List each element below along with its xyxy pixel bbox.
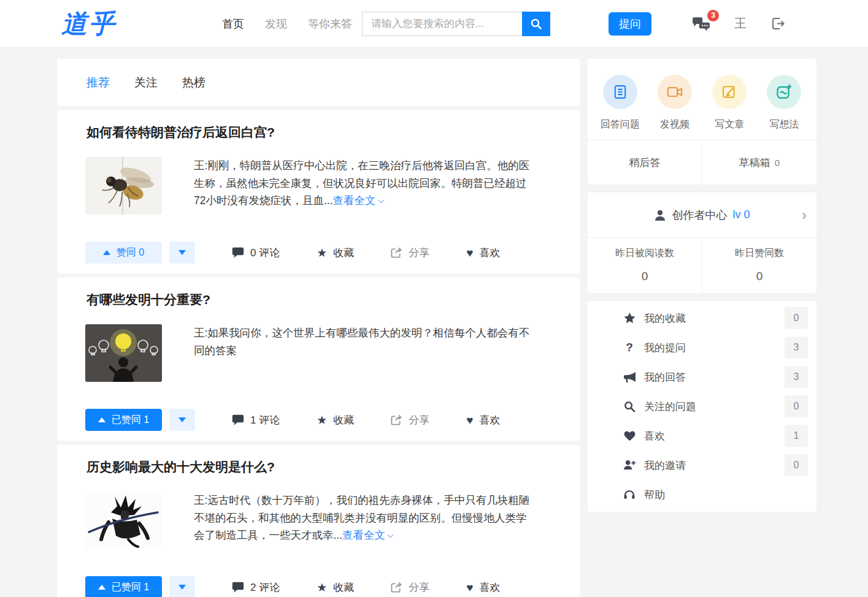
menu-item[interactable]: 我的收藏 0 xyxy=(588,303,816,333)
like-button[interactable]: ♥ 喜欢 xyxy=(466,580,500,595)
drafts-button[interactable]: 草稿箱 0 xyxy=(702,140,816,184)
upvote-button[interactable]: 赞同 0 xyxy=(85,241,162,264)
question-excerpt: 王:刚刚，特朗普从医疗中心出院，在三晚治疗后他将返回白宫。他的医生称，虽然他未完… xyxy=(194,157,535,215)
question-title[interactable]: 如何看待特朗普治疗后返回白宫? xyxy=(86,124,550,141)
write-article-label: 写文章 xyxy=(715,118,744,131)
feed-tabs: 推荐 关注 热榜 xyxy=(57,59,580,106)
like-label: 喜欢 xyxy=(480,413,501,427)
collect-label: 收藏 xyxy=(333,580,354,595)
messages-button[interactable]: 3 xyxy=(691,16,711,32)
menu-item[interactable]: 我的邀请 0 xyxy=(588,451,816,480)
navbar-user-area: 3 王 xyxy=(691,15,786,32)
post-video-button[interactable]: 发视频 xyxy=(647,75,702,131)
comments-label: 2 评论 xyxy=(250,580,280,595)
comments-label: 1 评论 xyxy=(250,413,280,427)
write-article-button[interactable]: 写文章 xyxy=(702,75,757,131)
tab-hot[interactable]: 热榜 xyxy=(182,75,205,91)
menu-item[interactable]: 帮助 xyxy=(588,480,816,509)
question-title[interactable]: 历史影响最大的十大发明是什么? xyxy=(86,458,550,476)
menu-item[interactable]: 喜欢 1 xyxy=(588,421,816,451)
question-thumbnail[interactable] xyxy=(85,324,162,382)
top-navbar: 道乎 首页 发现 等你来答 提问 3 王 xyxy=(0,0,868,48)
question-card: 有哪些发明十分重要? 王:如果我问你，这个世界上有哪些最伟大的发明？相信每个人都… xyxy=(57,278,580,441)
question-title[interactable]: 有哪些发明十分重要? xyxy=(86,291,550,308)
share-button[interactable]: 分享 xyxy=(391,580,429,595)
stat-value: 0 xyxy=(702,270,816,283)
search-input[interactable] xyxy=(362,12,522,36)
collect-button[interactable]: ★ 收藏 xyxy=(317,246,354,260)
read-more-label: 查看全文 xyxy=(342,529,385,541)
question-excerpt: 王:远古时代（数十万年前），我们的祖先赤身裸体，手中只有几块粗陋不堪的石头，和其… xyxy=(194,492,535,549)
site-logo[interactable]: 道乎 xyxy=(61,7,117,41)
stat-value: 0 xyxy=(588,270,702,283)
upvote-button[interactable]: 已赞同 1 xyxy=(85,409,162,431)
triangle-down-icon xyxy=(179,585,186,590)
search-bar xyxy=(362,12,550,36)
menu-item[interactable]: 我的回答 3 xyxy=(588,362,816,392)
read-more-label: 查看全文 xyxy=(333,194,376,207)
like-button[interactable]: ♥ 喜欢 xyxy=(466,246,500,260)
comments-button[interactable]: 1 评论 xyxy=(232,413,280,427)
question-excerpt: 王:如果我问你，这个世界上有哪些最伟大的发明？相信每个人都会有不同的答案 xyxy=(194,324,535,382)
count-badge: 1 xyxy=(785,425,808,447)
question-thumbnail[interactable] xyxy=(85,492,162,549)
share-button[interactable]: 分享 xyxy=(391,413,429,427)
upvote-button[interactable]: 已赞同 1 xyxy=(85,576,162,597)
comment-bubble-icon xyxy=(232,247,244,259)
stat-label: 昨日被阅读数 xyxy=(588,247,702,260)
menu-item[interactable]: 关注的问题 0 xyxy=(588,392,816,421)
chevron-down-icon xyxy=(378,197,384,203)
collect-button[interactable]: ★ 收藏 xyxy=(317,413,354,427)
menu-item[interactable]: ? 我的提问 3 xyxy=(588,333,816,362)
video-camera-icon xyxy=(658,75,692,109)
collect-button[interactable]: ★ 收藏 xyxy=(317,580,354,595)
answer-later-button[interactable]: 稍后答 xyxy=(588,140,702,184)
search-button[interactable] xyxy=(522,12,550,36)
create-answer-button[interactable]: 回答问题 xyxy=(593,75,647,131)
nav-home[interactable]: 首页 xyxy=(222,17,244,31)
count-badge: 0 xyxy=(785,307,808,329)
username[interactable]: 王 xyxy=(734,15,747,32)
question-feed: 如何看待特朗普治疗后返回白宫? 王:刚刚，特朗普从医疗中心出院，在三晚治疗后他将… xyxy=(57,110,580,597)
read-more-link[interactable]: 查看全文 xyxy=(333,194,383,207)
triangle-down-icon xyxy=(179,250,186,255)
heart-icon: ♥ xyxy=(466,247,473,259)
yesterday-stats: 昨日被阅读数 0 昨日赞同数 0 xyxy=(588,237,816,293)
ask-question-button[interactable]: 提问 xyxy=(609,12,651,36)
create-answer-label: 回答问题 xyxy=(601,118,640,131)
collect-label: 收藏 xyxy=(333,413,354,427)
creator-level: lv 0 xyxy=(732,208,750,221)
downvote-button[interactable] xyxy=(169,409,195,431)
logout-icon[interactable] xyxy=(770,15,786,32)
collect-label: 收藏 xyxy=(333,246,354,260)
share-button[interactable]: 分享 xyxy=(391,246,429,260)
menu-item-label: 关注的问题 xyxy=(644,400,785,414)
tab-recommended[interactable]: 推荐 xyxy=(86,75,110,91)
count-badge: 0 xyxy=(785,454,808,476)
idea-plus-icon xyxy=(767,75,801,109)
answer-later-label: 稍后答 xyxy=(629,156,661,170)
chat-bubbles-icon xyxy=(691,23,711,34)
excerpt-text: 王:如果我问你，这个世界上有哪些最伟大的发明？相信每个人都会有不同的答案 xyxy=(194,327,529,357)
triangle-down-icon xyxy=(179,417,186,422)
write-idea-button[interactable]: 写想法 xyxy=(757,75,812,131)
nav-discover[interactable]: 发现 xyxy=(265,17,287,31)
comments-button[interactable]: 2 评论 xyxy=(232,580,280,595)
question-actions: 已赞同 1 2 评论 ★ 收藏 xyxy=(85,576,550,597)
question-actions: 已赞同 1 1 评论 ★ 收藏 xyxy=(85,409,550,431)
triangle-up-icon xyxy=(98,585,106,590)
sidebar: 回答问题 发视频 写文章 xyxy=(588,59,816,520)
creator-center-link[interactable]: 创作者中心 lv 0 › xyxy=(588,192,816,237)
downvote-button[interactable] xyxy=(169,241,195,264)
nav-waiting-answer[interactable]: 等你来答 xyxy=(308,17,352,31)
question-thumbnail[interactable] xyxy=(85,157,162,215)
question-actions: 赞同 0 0 评论 ★ 收藏 xyxy=(85,241,550,264)
stat-yesterday-reads: 昨日被阅读数 0 xyxy=(588,238,702,293)
upvote-label: 赞同 0 xyxy=(117,246,144,259)
tab-following[interactable]: 关注 xyxy=(134,75,158,91)
comments-button[interactable]: 0 评论 xyxy=(232,246,280,260)
read-more-link[interactable]: 查看全文 xyxy=(342,529,393,541)
like-label: 喜欢 xyxy=(480,246,501,260)
like-button[interactable]: ♥ 喜欢 xyxy=(466,413,500,427)
downvote-button[interactable] xyxy=(169,576,195,597)
